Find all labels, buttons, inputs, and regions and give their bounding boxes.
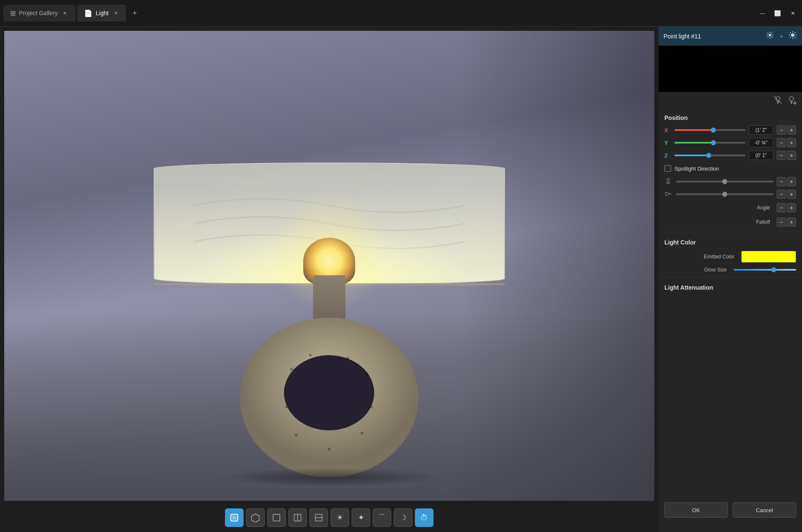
spotlight1-increment[interactable]: + xyxy=(787,177,796,186)
svg-line-27 xyxy=(767,37,769,38)
view-sun2-button[interactable]: ✦ xyxy=(352,508,370,527)
svg-line-35 xyxy=(795,32,796,33)
angle-decrement[interactable]: − xyxy=(777,203,786,212)
spotlight-row2-icon xyxy=(664,190,673,199)
bulb-add-button[interactable] xyxy=(788,95,797,107)
view-front-button[interactable] xyxy=(267,508,286,527)
light-color-title: Light Color xyxy=(658,235,802,248)
z-slider-thumb[interactable] xyxy=(706,153,711,158)
position-y-row: Y -0' ¾" − + xyxy=(658,136,802,149)
glow-size-thumb[interactable] xyxy=(771,267,776,272)
view-side-button[interactable] xyxy=(288,508,307,527)
divider-1 xyxy=(658,232,802,232)
y-stepper: − + xyxy=(777,138,796,147)
position-section-title: Position xyxy=(658,110,802,124)
bulb-off-button[interactable] xyxy=(773,95,783,107)
add-tab-button[interactable]: + xyxy=(128,6,141,20)
axis-x-label: X xyxy=(664,127,671,133)
panel-footer: OK Cancel xyxy=(658,497,802,524)
svg-point-10 xyxy=(328,448,331,451)
spotlight-slider-2[interactable] xyxy=(676,193,773,195)
falloff-row: Falloff − + xyxy=(658,215,802,229)
viewport[interactable] xyxy=(4,31,654,501)
y-slider-thumb[interactable] xyxy=(711,140,716,145)
tab-bar: ⊞ Project Gallery ✕ 📄 Light ✕ + xyxy=(3,5,756,22)
y-slider[interactable] xyxy=(675,142,745,144)
tab-close-light[interactable]: ✕ xyxy=(112,9,119,17)
view-clock-button[interactable]: ⏱ xyxy=(415,508,434,527)
z-slider[interactable] xyxy=(675,155,745,156)
dim-icon xyxy=(766,31,774,41)
tab-close-project-gallery[interactable]: ✕ xyxy=(61,9,69,17)
glow-size-slider[interactable] xyxy=(734,269,796,271)
x-decrement[interactable]: − xyxy=(777,125,786,135)
y-value[interactable]: -0' ¾" xyxy=(749,138,773,147)
x-value[interactable]: (1' 2" xyxy=(749,125,773,135)
emitted-color-swatch[interactable] xyxy=(741,251,796,263)
svg-line-33 xyxy=(790,32,791,33)
x-slider-thumb[interactable] xyxy=(711,128,716,133)
svg-line-36 xyxy=(790,37,791,38)
svg-line-25 xyxy=(771,37,772,38)
tab-label-project-gallery: Project Gallery xyxy=(19,10,58,16)
svg-line-34 xyxy=(795,37,796,38)
y-increment[interactable]: + xyxy=(787,138,796,147)
divider-2 xyxy=(658,277,802,277)
spotlight-stepper-2: − + xyxy=(777,190,796,199)
x-slider[interactable] xyxy=(675,129,745,131)
falloff-increment[interactable]: + xyxy=(787,217,796,227)
y-decrement[interactable]: − xyxy=(777,138,786,147)
close-button[interactable]: ✕ xyxy=(787,7,799,19)
tab-icon-light: 📄 xyxy=(84,9,92,17)
svg-point-19 xyxy=(769,34,771,36)
z-value[interactable]: (0' 1" xyxy=(749,151,773,160)
angle-stepper: − + xyxy=(777,203,796,212)
light-action-icons xyxy=(658,92,802,110)
svg-point-5 xyxy=(366,372,368,375)
light-header: Point light #11 ● xyxy=(658,27,802,46)
svg-point-8 xyxy=(295,434,298,437)
right-panel: Point light #11 ● xyxy=(658,27,802,532)
tab-project-gallery[interactable]: ⊞ Project Gallery ✕ xyxy=(3,5,76,22)
view-top-button[interactable] xyxy=(309,508,328,527)
angle-increment[interactable]: + xyxy=(787,203,796,212)
svg-point-6 xyxy=(370,405,373,408)
view-ortho-button[interactable] xyxy=(246,508,265,527)
z-increment[interactable]: + xyxy=(787,151,796,160)
ok-button[interactable]: OK xyxy=(664,502,728,518)
spotlight-slider-1[interactable] xyxy=(676,181,773,182)
light-color-dot: ● xyxy=(778,34,784,38)
main-area: ☀ ✦ ⌒ ☽ ⏱ Point light #11 ● xyxy=(0,27,802,532)
falloff-decrement[interactable]: − xyxy=(777,217,786,227)
falloff-stepper: − + xyxy=(777,217,796,227)
spotlight1-decrement[interactable]: − xyxy=(777,177,786,186)
tab-light[interactable]: 📄 Light ✕ xyxy=(77,5,126,22)
viewport-toolbar: ☀ ✦ ⌒ ☽ ⏱ xyxy=(0,505,658,532)
x-increment[interactable]: + xyxy=(787,125,796,135)
spotlight-checkbox[interactable] xyxy=(664,165,671,172)
view-perspective-button[interactable] xyxy=(225,508,244,527)
view-sun-button[interactable]: ☀ xyxy=(331,508,349,527)
view-moon-button[interactable]: ☽ xyxy=(394,508,412,527)
svg-point-28 xyxy=(791,33,794,37)
x-stepper: − + xyxy=(777,125,796,135)
angle-row: Angle − + xyxy=(658,201,802,215)
spotlight2-increment[interactable]: + xyxy=(787,190,796,199)
spotlight-row-1: − + xyxy=(658,175,802,188)
z-decrement[interactable]: − xyxy=(777,151,786,160)
minimize-button[interactable]: — xyxy=(756,7,768,19)
maximize-button[interactable]: ⬜ xyxy=(772,7,783,19)
sun-icon xyxy=(788,31,797,41)
light-name: Point light #11 xyxy=(664,33,761,40)
svg-point-4 xyxy=(347,356,350,359)
axis-z-label: Z xyxy=(664,152,671,159)
scene-render xyxy=(4,31,654,501)
spotlight2-decrement[interactable]: − xyxy=(777,190,786,199)
tab-icon-project-gallery: ⊞ xyxy=(10,9,16,17)
cancel-button[interactable]: Cancel xyxy=(733,502,796,518)
svg-rect-14 xyxy=(273,514,280,521)
position-z-row: Z (0' 1" − + xyxy=(658,149,802,162)
spotlight-row-2: − + xyxy=(658,188,802,201)
view-arch-button[interactable]: ⌒ xyxy=(373,508,391,527)
svg-line-26 xyxy=(771,33,772,34)
